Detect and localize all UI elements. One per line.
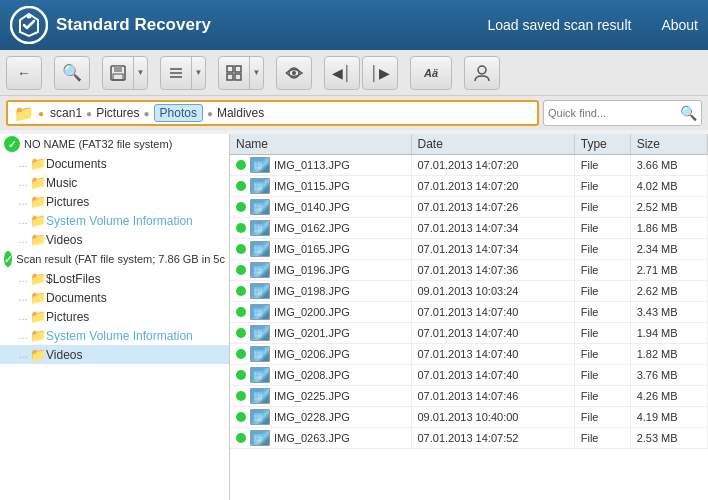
- folder-icon: 📁: [30, 213, 46, 228]
- volume-1-label: NO NAME (FAT32 file system): [24, 138, 172, 150]
- table-row[interactable]: IMG_0206.JPG07.01.2013 14:07:40File1.82 …: [230, 344, 708, 365]
- file-type-cell: File: [574, 197, 630, 218]
- file-name-label: IMG_0115.JPG: [274, 180, 350, 192]
- svg-rect-11: [235, 74, 241, 80]
- tree-item-pictures-1[interactable]: … 📁 Pictures: [0, 192, 229, 211]
- table-row[interactable]: IMG_0115.JPG07.01.2013 14:07:20File4.02 …: [230, 176, 708, 197]
- folder-icon: 📁: [30, 328, 46, 343]
- file-status-icon: [236, 244, 246, 254]
- tree-item-videos-1[interactable]: … 📁 Videos: [0, 230, 229, 249]
- file-date-cell: 09.01.2013 10:03:24: [411, 281, 574, 302]
- file-status-icon: [236, 370, 246, 380]
- file-size-cell: 1.82 MB: [630, 344, 707, 365]
- table-row[interactable]: IMG_0225.JPG07.01.2013 14:07:46File4.26 …: [230, 386, 708, 407]
- file-size-cell: 2.71 MB: [630, 260, 707, 281]
- file-type-cell: File: [574, 239, 630, 260]
- table-row[interactable]: IMG_0162.JPG07.01.2013 14:07:34File1.86 …: [230, 218, 708, 239]
- file-thumbnail: [250, 325, 270, 341]
- file-date-cell: 07.01.2013 14:07:20: [411, 155, 574, 176]
- file-date-cell: 07.01.2013 14:07:34: [411, 218, 574, 239]
- app-logo: [10, 6, 48, 44]
- tree-item-systemvol-2[interactable]: … 📁 System Volume Information: [0, 326, 229, 345]
- file-thumbnail: [250, 262, 270, 278]
- file-date-cell: 07.01.2013 14:07:20: [411, 176, 574, 197]
- file-type-cell: File: [574, 428, 630, 449]
- user-button[interactable]: [464, 56, 500, 90]
- tree-item-documents-2[interactable]: … 📁 Documents: [0, 288, 229, 307]
- file-status-icon: [236, 433, 246, 443]
- file-name-cell: IMG_0162.JPG: [230, 218, 411, 239]
- file-size-cell: 3.76 MB: [630, 365, 707, 386]
- svg-rect-9: [235, 66, 241, 72]
- file-type-cell: File: [574, 365, 630, 386]
- bc-item-maldives[interactable]: Maldives: [217, 106, 264, 120]
- file-size-cell: 4.26 MB: [630, 386, 707, 407]
- encoding-button[interactable]: Aä: [410, 56, 452, 90]
- file-status-icon: [236, 181, 246, 191]
- table-row[interactable]: IMG_0263.JPG07.01.2013 14:07:52File2.53 …: [230, 428, 708, 449]
- file-type-cell: File: [574, 176, 630, 197]
- bc-item-scan1[interactable]: scan1: [50, 106, 82, 120]
- file-size-cell: 1.94 MB: [630, 323, 707, 344]
- file-type-cell: File: [574, 260, 630, 281]
- svg-rect-4: [113, 74, 123, 80]
- breadcrumb-folder-icon: 📁: [14, 104, 34, 123]
- volume-2-status-icon: ✓: [4, 251, 12, 267]
- table-row[interactable]: IMG_0208.JPG07.01.2013 14:07:40File3.76 …: [230, 365, 708, 386]
- folder-icon: 📁: [30, 194, 46, 209]
- tree-item-music[interactable]: … 📁 Music: [0, 173, 229, 192]
- tree-item-documents-1[interactable]: … 📁 Documents: [0, 154, 229, 173]
- header-nav: Load saved scan result About: [487, 17, 698, 33]
- table-row[interactable]: IMG_0198.JPG09.01.2013 10:03:24File2.62 …: [230, 281, 708, 302]
- volume-2-label: Scan result (FAT file system; 7.86 GB in…: [16, 253, 225, 265]
- file-status-icon: [236, 349, 246, 359]
- table-row[interactable]: IMG_0113.JPG07.01.2013 14:07:20File3.66 …: [230, 155, 708, 176]
- table-row[interactable]: IMG_0140.JPG07.01.2013 14:07:26File2.52 …: [230, 197, 708, 218]
- file-status-icon: [236, 307, 246, 317]
- list-view-dropdown[interactable]: ▼: [160, 56, 206, 90]
- save-dropdown[interactable]: ▼: [102, 56, 148, 90]
- file-date-cell: 09.01.2013 10:40:00: [411, 407, 574, 428]
- grid-view-dropdown[interactable]: ▼: [218, 56, 264, 90]
- preview-button[interactable]: [276, 56, 312, 90]
- tree-item-pictures-2[interactable]: … 📁 Pictures: [0, 307, 229, 326]
- table-row[interactable]: IMG_0196.JPG07.01.2013 14:07:36File2.71 …: [230, 260, 708, 281]
- file-status-icon: [236, 391, 246, 401]
- search-icon[interactable]: 🔍: [680, 105, 697, 121]
- folder-icon: 📁: [30, 271, 46, 286]
- folder-icon: 📁: [30, 156, 46, 171]
- file-thumbnail: [250, 430, 270, 446]
- load-saved-scan-link[interactable]: Load saved scan result: [487, 17, 631, 33]
- about-link[interactable]: About: [661, 17, 698, 33]
- file-date-cell: 07.01.2013 14:07:52: [411, 428, 574, 449]
- bc-item-photos[interactable]: Photos: [154, 104, 203, 122]
- table-row[interactable]: IMG_0200.JPG07.01.2013 14:07:40File3.43 …: [230, 302, 708, 323]
- file-name-cell: IMG_0113.JPG: [230, 155, 411, 176]
- file-name-cell: IMG_0208.JPG: [230, 365, 411, 386]
- prev-file-button[interactable]: ◀│: [324, 56, 360, 90]
- file-thumbnail: [250, 283, 270, 299]
- tree-item-lostfiles[interactable]: … 📁 $LostFiles: [0, 269, 229, 288]
- file-name-cell: IMG_0225.JPG: [230, 386, 411, 407]
- volume-1[interactable]: ✓ NO NAME (FAT32 file system): [0, 134, 229, 154]
- file-type-cell: File: [574, 386, 630, 407]
- search-bar[interactable]: 🔍: [543, 100, 702, 126]
- table-row[interactable]: IMG_0228.JPG09.01.2013 10:40:00File4.19 …: [230, 407, 708, 428]
- search-input[interactable]: [548, 107, 678, 119]
- table-row[interactable]: IMG_0165.JPG07.01.2013 14:07:34File2.34 …: [230, 239, 708, 260]
- search-button[interactable]: 🔍: [54, 56, 90, 90]
- back-button[interactable]: ←: [6, 56, 42, 90]
- file-type-cell: File: [574, 155, 630, 176]
- table-row[interactable]: IMG_0201.JPG07.01.2013 14:07:40File1.94 …: [230, 323, 708, 344]
- tree-item-systemvol-1[interactable]: … 📁 System Volume Information: [0, 211, 229, 230]
- bc-item-pictures[interactable]: Pictures: [96, 106, 139, 120]
- tree-item-videos-2[interactable]: … 📁 Videos: [0, 345, 229, 364]
- file-size-cell: 4.19 MB: [630, 407, 707, 428]
- folder-icon: 📁: [30, 309, 46, 324]
- volume-2[interactable]: ✓ Scan result (FAT file system; 7.86 GB …: [0, 249, 229, 269]
- next-file-button[interactable]: │▶: [362, 56, 398, 90]
- file-date-cell: 07.01.2013 14:07:40: [411, 365, 574, 386]
- file-type-cell: File: [574, 302, 630, 323]
- file-type-cell: File: [574, 281, 630, 302]
- file-date-cell: 07.01.2013 14:07:36: [411, 260, 574, 281]
